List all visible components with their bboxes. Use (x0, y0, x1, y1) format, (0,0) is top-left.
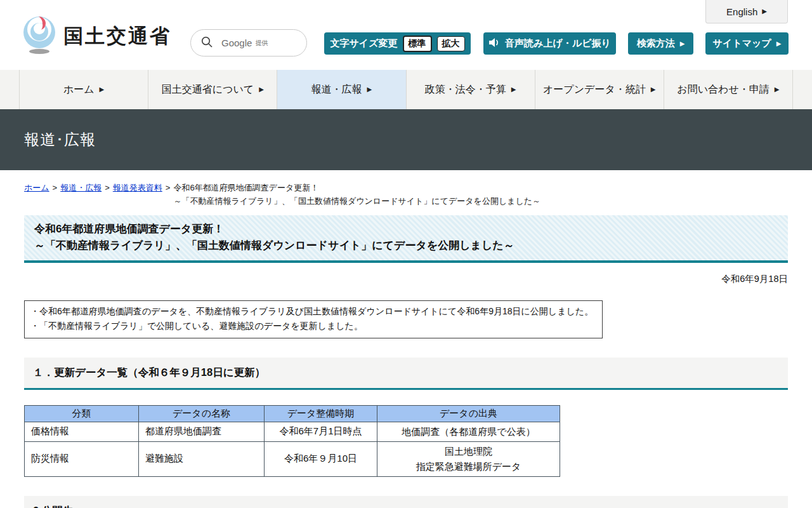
article-title-box: 令和6年都道府県地価調査データ更新！ ～「不動産情報ライブラリ」、「国土数値情報… (24, 215, 788, 263)
english-label: English (726, 6, 757, 17)
cell-category: 防災情報 (25, 441, 139, 476)
arrow-right-icon: ▶ (367, 86, 372, 93)
summary-line-1: ・令和6年都道府県地価調査のデータを、不動産情報ライブラリ及び国土数値情報ダウン… (30, 304, 593, 319)
nav-item-about[interactable]: 国土交通省について ▶ (148, 70, 277, 109)
arrow-right-icon: ▶ (775, 86, 780, 93)
breadcrumb-separator: > (105, 183, 110, 192)
arrow-right-icon: ▶ (511, 86, 516, 93)
cell-period: 令和6年９月10日 (265, 441, 377, 476)
cell-category: 価格情報 (25, 422, 139, 441)
search-icon (201, 36, 213, 50)
col-header-period: データ整備時期 (265, 405, 377, 422)
cell-source: 地価調査（各都道府県で公表） (377, 422, 560, 441)
page-title: 報道･広報 (24, 130, 96, 150)
site-title: 国土交通省 (63, 23, 171, 50)
mlit-logo[interactable]: 国土交通省 (22, 15, 171, 57)
sitemap-button[interactable]: サイトマップ ▶ (705, 32, 789, 55)
breadcrumb-separator: > (166, 183, 171, 192)
summary-box-wrap: ・令和6年都道府県地価調査のデータを、不動産情報ライブラリ及び国土数値情報ダウン… (24, 285, 788, 338)
cell-name: 避難施設 (139, 441, 265, 476)
breadcrumb: ホーム>報道・広報>報道発表資料>令和6年都道府県地価調査データ更新！ ～「不動… (24, 181, 788, 208)
summary-line-2: ・「不動産情報ライブラリ」で公開している、避難施設のデータを更新しました。 (30, 319, 593, 333)
nav-label: お問い合わせ・申請 (677, 83, 769, 97)
summary-box: ・令和6年都道府県地価調査のデータを、不動産情報ライブラリ及び国土数値情報ダウン… (24, 300, 603, 338)
section2-heading: 2.公開先 (24, 496, 788, 508)
section1-heading: １．更新データ一覧（令和６年９月18日に更新） (24, 358, 788, 390)
search-placeholder-brand: Google (221, 37, 252, 48)
nav-label: 国土交通省について (162, 83, 254, 97)
global-nav: ホーム ▶ 国土交通省について ▶ 報道・広報 ▶ 政策・法令・予算 ▶ オープ… (0, 70, 812, 109)
breadcrumb-current: 令和6年都道府県地価調査データ更新！ ～「不動産情報ライブラリ」、「国土数値情報… (173, 181, 540, 208)
font-size-large-button[interactable]: 拡大 (437, 36, 465, 51)
tts-label: 音声読み上げ・ルビ振り (505, 37, 611, 50)
arrow-right-icon: ▶ (680, 41, 685, 47)
font-size-label: 文字サイズ変更 (330, 37, 397, 50)
update-data-table: 分類 データの名称 データ整備時期 データの出典 価格情報 都道府県地価調査 令… (24, 405, 560, 477)
cell-period: 令和6年7月1日時点 (265, 422, 377, 441)
article-date: 令和6年9月18日 (24, 273, 788, 285)
font-size-control: 文字サイズ変更 標準 拡大 (324, 32, 471, 55)
nav-label: 報道・広報 (311, 83, 362, 97)
cell-source: 国土地理院 指定緊急避難場所データ (377, 441, 560, 476)
col-header-category: 分類 (25, 405, 139, 422)
tts-button[interactable]: 音声読み上げ・ルビ振り (483, 32, 616, 55)
arrow-right-icon: ▶ (259, 86, 264, 93)
search-method-button[interactable]: 検索方法 ▶ (628, 32, 693, 55)
breadcrumb-separator: > (53, 183, 58, 192)
search-placeholder-note: 提供 (255, 39, 268, 48)
col-header-name: データの名称 (139, 405, 265, 422)
search-input[interactable]: Google 提供 (190, 29, 307, 57)
table-row: 防災情報 避難施設 令和6年９月10日 国土地理院 指定緊急避難場所データ (25, 441, 560, 476)
arrow-right-icon: ▶ (776, 41, 782, 47)
breadcrumb-home-link[interactable]: ホーム (24, 183, 49, 192)
mlit-logo-icon (22, 15, 58, 57)
arrow-right-icon: ▶ (651, 86, 656, 93)
arrow-right-icon: ▶ (100, 86, 105, 93)
sitemap-label: サイトマップ (713, 37, 771, 50)
main-content: ホーム>報道・広報>報道発表資料>令和6年都道府県地価調査データ更新！ ～「不動… (0, 181, 812, 508)
page-band: 報道･広報 (0, 109, 812, 170)
breadcrumb-press-link[interactable]: 報道・広報 (60, 183, 102, 192)
speaker-icon (488, 37, 500, 50)
col-header-source: データの出典 (377, 405, 560, 422)
table-row: 価格情報 都道府県地価調査 令和6年7月1日時点 地価調査（各都道府県で公表） (25, 422, 560, 441)
english-button[interactable]: English ▶ (705, 0, 788, 23)
search-method-label: 検索方法 (637, 37, 675, 50)
table-header-row: 分類 データの名称 データ整備時期 データの出典 (25, 405, 560, 422)
nav-item-contact[interactable]: お問い合わせ・申請 ▶ (664, 70, 793, 109)
font-size-standard-button[interactable]: 標準 (403, 36, 432, 52)
nav-item-home[interactable]: ホーム ▶ (19, 70, 148, 109)
nav-label: オープンデータ・統計 (543, 83, 646, 97)
top-header: English ▶ 国土交通省 Google 提供 文字サイ (0, 0, 812, 70)
article-title-line2: ～「不動産情報ライブラリ」、「国土数値情報ダウンロードサイト」にてデータを公開し… (34, 237, 778, 254)
nav-label: ホーム (63, 83, 95, 97)
nav-item-press[interactable]: 報道・広報 ▶ (277, 70, 405, 109)
arrow-right-icon: ▶ (762, 8, 767, 15)
breadcrumb-release-link[interactable]: 報道発表資料 (113, 183, 162, 192)
nav-item-opendata[interactable]: オープンデータ・統計 ▶ (535, 70, 664, 109)
article-title-line1: 令和6年都道府県地価調査データ更新！ (34, 221, 778, 237)
cell-name: 都道府県地価調査 (139, 422, 265, 441)
nav-item-policy[interactable]: 政策・法令・予算 ▶ (406, 70, 535, 109)
nav-label: 政策・法令・予算 (425, 83, 506, 97)
